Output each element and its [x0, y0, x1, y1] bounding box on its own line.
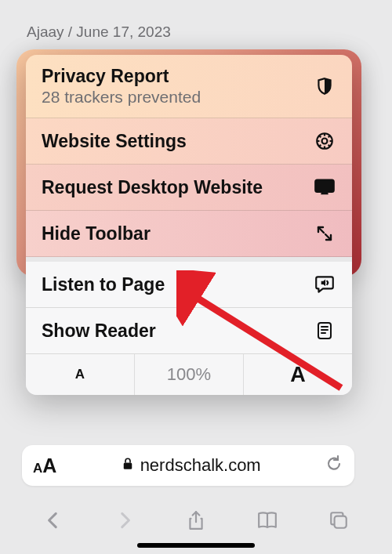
menu-item-listen-to-page[interactable]: Listen to Page [26, 257, 352, 308]
speech-sound-icon [313, 273, 336, 296]
zoom-out-button[interactable]: A [26, 354, 135, 395]
svg-line-7 [328, 145, 330, 147]
zoom-row: A 100% A [26, 354, 352, 395]
menu-sublabel: 28 trackers prevented [42, 88, 201, 107]
svg-point-1 [322, 139, 328, 144]
menu-item-hide-toolbar[interactable]: Hide Toolbar [26, 211, 352, 257]
svg-rect-12 [321, 193, 328, 194]
domain-text: nerdschalk.com [140, 455, 261, 476]
svg-line-9 [319, 145, 321, 147]
menu-label: Website Settings [42, 131, 187, 152]
reload-button[interactable] [325, 454, 343, 476]
menu-label: Show Reader [42, 320, 156, 342]
small-a-icon: A [33, 461, 42, 476]
gear-icon [313, 129, 336, 153]
svg-rect-10 [315, 180, 333, 192]
menu-label: Listen to Page [42, 274, 165, 295]
address-bar[interactable]: AA nerdschalk.com [22, 445, 354, 486]
menu-label: Hide Toolbar [42, 223, 151, 244]
reader-icon [313, 319, 336, 342]
big-a-icon: A [290, 363, 306, 387]
expand-arrows-icon [313, 222, 336, 245]
page-settings-menu: Privacy Report 28 trackers prevented Web… [26, 55, 352, 395]
svg-rect-23 [335, 516, 347, 528]
svg-rect-20 [123, 463, 132, 469]
back-button[interactable] [40, 507, 67, 534]
text-size-button[interactable]: AA [33, 454, 56, 477]
shield-icon [313, 74, 336, 98]
tabs-button[interactable] [325, 507, 352, 534]
bookmarks-button[interactable] [254, 507, 281, 534]
small-a-icon: A [75, 367, 85, 382]
menu-item-request-desktop[interactable]: Request Desktop Website [26, 165, 352, 211]
big-a-icon: A [42, 454, 56, 477]
svg-line-6 [319, 136, 321, 137]
zoom-in-button[interactable]: A [244, 354, 352, 395]
address-bar-center[interactable]: nerdschalk.com [56, 455, 325, 476]
home-indicator [137, 543, 255, 548]
lock-icon [121, 455, 135, 476]
desktop-icon [313, 176, 336, 199]
menu-item-show-reader[interactable]: Show Reader [26, 308, 352, 354]
bottom-toolbar [0, 498, 392, 542]
share-button[interactable] [183, 507, 209, 534]
svg-line-8 [328, 136, 330, 137]
menu-label: Request Desktop Website [42, 177, 263, 198]
menu-item-website-settings[interactable]: Website Settings [26, 118, 352, 165]
byline-text: Ajaay / June 17, 2023 [27, 24, 171, 41]
forward-button[interactable] [111, 507, 138, 534]
menu-label: Privacy Report [42, 66, 201, 87]
menu-item-privacy-report[interactable]: Privacy Report 28 trackers prevented [26, 55, 352, 118]
zoom-percent[interactable]: 100% [135, 354, 244, 395]
